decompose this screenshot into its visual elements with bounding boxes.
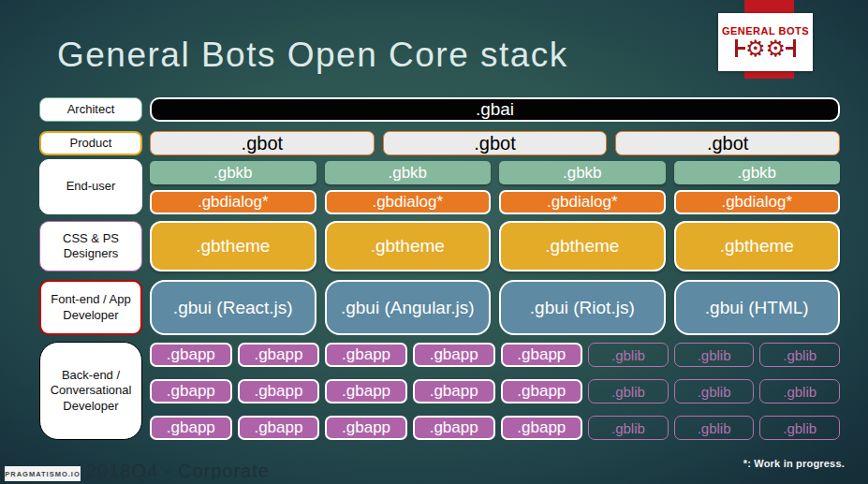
stack-box-gbdialog: .gbdialog* bbox=[674, 190, 841, 214]
stack-box-gblib: .gblib bbox=[588, 343, 669, 367]
gear-icon: ⚙ bbox=[766, 37, 787, 60]
stack-box-gbdialog: .gbdialog* bbox=[499, 190, 666, 214]
gear-tick-left bbox=[735, 47, 745, 50]
stack-box-gbkb: .gbkb bbox=[325, 161, 492, 184]
stack-box-gbapp: .gbapp bbox=[150, 416, 232, 440]
stack-box-gbapp: .gbapp bbox=[413, 343, 495, 367]
stack-box-gblib: .gblib bbox=[674, 416, 755, 440]
stack-box-gblib: .gblib bbox=[759, 343, 840, 367]
stack-box-gblib: .gblib bbox=[588, 379, 669, 403]
stack-box-gbdialog: .gbdialog* bbox=[150, 190, 316, 214]
stack-box-gblib: .gblib bbox=[588, 416, 669, 440]
stack-box-gbot: .gbot bbox=[150, 131, 375, 155]
row-gbot: .gbot .gbot .gbot bbox=[150, 131, 840, 155]
stack-box-gbot: .gbot bbox=[383, 131, 608, 155]
row-gbapp-1: .gbapp .gbapp .gbapp .gbapp .gbapp .gbli… bbox=[150, 343, 840, 367]
role-label-architect: Architect bbox=[39, 97, 142, 122]
stack-box-gblib: .gblib bbox=[674, 343, 755, 367]
role-label-backend-developer: Back-end / Conversational Developer bbox=[39, 342, 142, 440]
double-gear-icon: ⚙⚙ bbox=[735, 37, 796, 60]
footer-caption: 2018Q4 - Corporate bbox=[86, 461, 270, 482]
role-label-css-ps-designers: CSS & PS Designers bbox=[39, 221, 142, 271]
stack-box-gbapp: .gbapp bbox=[238, 416, 320, 440]
stack-box-gbapp: .gbapp bbox=[501, 379, 583, 403]
row-gbdialog: .gbdialog* .gbdialog* .gbdialog* .gbdial… bbox=[150, 190, 840, 214]
work-in-progress-note: *: Work in progress. bbox=[743, 458, 845, 469]
row-gbapp-3: .gbapp .gbapp .gbapp .gbapp .gbapp .gbli… bbox=[150, 416, 840, 440]
stack-box-gbapp: .gbapp bbox=[238, 343, 320, 367]
stack-box-gblib: .gblib bbox=[759, 416, 840, 440]
gear-tick-right bbox=[786, 47, 796, 50]
stack-box-gbtheme: .gbtheme bbox=[674, 221, 841, 271]
row-gbui: .gbui (React.js) .gbui (Angular.js) .gbu… bbox=[150, 280, 840, 335]
role-label-product: Product bbox=[39, 131, 142, 155]
role-label-end-user: End-user bbox=[39, 159, 142, 214]
stack-box-gbtheme: .gbtheme bbox=[150, 221, 316, 271]
stack-box-gblib: .gblib bbox=[674, 379, 755, 403]
general-bots-logo: GENERAL BOTS ⚙⚙ bbox=[718, 13, 813, 71]
stack-box-gbapp: .gbapp bbox=[501, 416, 583, 440]
row-gbkb: .gbkb .gbkb .gbkb .gbkb bbox=[150, 161, 840, 184]
stack-box-gbtheme: .gbtheme bbox=[325, 221, 492, 271]
row-gbtheme: .gbtheme .gbtheme .gbtheme .gbtheme bbox=[150, 221, 840, 271]
stack-box-gbui-angular: .gbui (Angular.js) bbox=[325, 280, 492, 335]
stack-box-gbtheme: .gbtheme bbox=[499, 221, 666, 271]
stack-box-gbapp: .gbapp bbox=[325, 416, 407, 440]
stack-box-gbkb: .gbkb bbox=[499, 161, 666, 184]
slide-canvas: General Bots Open Core stack GENERAL BOT… bbox=[0, 0, 868, 484]
stack-box-gbapp: .gbapp bbox=[238, 379, 320, 403]
role-label-app-developer: Font-end / App Developer bbox=[39, 280, 142, 335]
stack-box-gbapp: .gbapp bbox=[501, 343, 583, 367]
stack-box-gbapp: .gbapp bbox=[150, 379, 232, 403]
stack-box-gbai: .gbai bbox=[150, 97, 840, 122]
stack-box-gbui-react: .gbui (React.js) bbox=[150, 280, 316, 335]
stack-box-gbkb: .gbkb bbox=[674, 161, 841, 184]
page-title: General Bots Open Core stack bbox=[57, 36, 568, 75]
logo-brand-text: GENERAL BOTS bbox=[722, 25, 809, 37]
stack-box-gbapp: .gbapp bbox=[413, 379, 495, 403]
pragmatismo-logo: PRAGMATISMO.IO bbox=[5, 466, 81, 481]
row-gbapp-2: .gbapp .gbapp .gbapp .gbapp .gbapp .gbli… bbox=[150, 379, 840, 403]
row-gbai: .gbai bbox=[150, 97, 840, 122]
stack-box-gbapp: .gbapp bbox=[413, 416, 495, 440]
stack-box-gbui-riot: .gbui (Riot.js) bbox=[499, 280, 666, 335]
stack-box-gbdialog: .gbdialog* bbox=[325, 190, 492, 214]
stack-box-gbot: .gbot bbox=[615, 131, 840, 155]
stack-box-gbapp: .gbapp bbox=[150, 343, 232, 367]
gear-icon: ⚙ bbox=[745, 37, 766, 60]
stack-box-gbapp: .gbapp bbox=[325, 343, 407, 367]
stack-box-gbui-html: .gbui (HTML) bbox=[674, 280, 841, 335]
stack-box-gbapp: .gbapp bbox=[325, 379, 407, 403]
stack-box-gblib: .gblib bbox=[759, 379, 840, 403]
stack-box-gbkb: .gbkb bbox=[150, 161, 316, 184]
